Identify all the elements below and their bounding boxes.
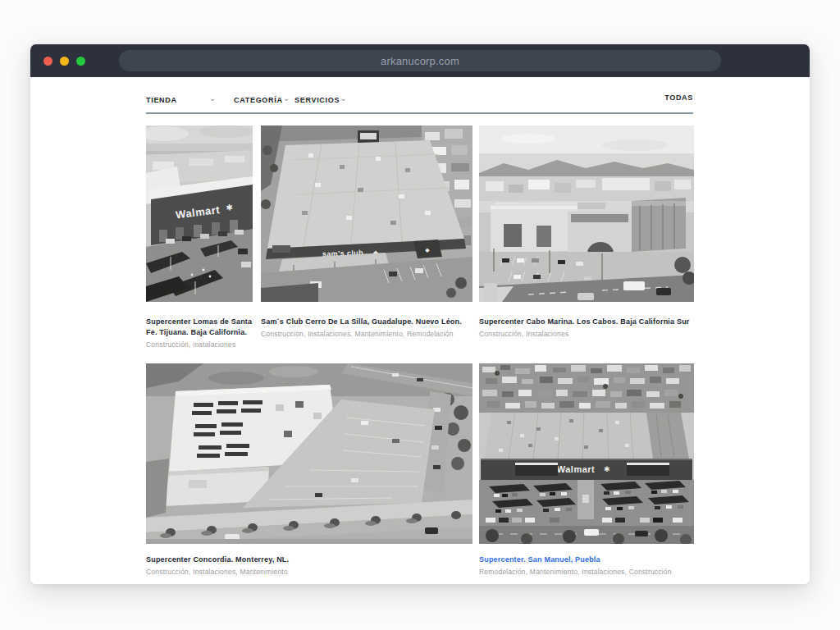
filter-bar: TIENDA ⌄ CATEGORÍA ⌄ SERVICIOS ⌄ TODAS: [30, 77, 810, 123]
project-card[interactable]: sam's club ◆ ◆: [261, 126, 472, 340]
browser-window: arkanucorp.com TIENDA ⌄ CATEGORÍA ⌄ SERV…: [30, 44, 810, 584]
filter-all-link[interactable]: TODAS: [664, 94, 693, 102]
sams-club-aerial-photo: sam's club ◆ ◆: [261, 126, 472, 302]
zoom-button[interactable]: [76, 57, 85, 66]
minimize-button[interactable]: [60, 57, 69, 66]
close-button[interactable]: [43, 57, 52, 66]
project-services: Construcción, Instalaciones. Mantenimien…: [261, 330, 472, 340]
project-title[interactable]: Sam´s Club Cerro De La Silla, Guadalupe.…: [261, 317, 472, 327]
walmart-storefront-photo: Walmart ✱: [146, 126, 253, 302]
chevron-down-icon: ⌄: [340, 95, 347, 102]
project-services: Remodelación, Mantenimiento, Instalacion…: [479, 568, 694, 578]
project-services: Construcción, Instalaciones, Mantenimien…: [146, 568, 472, 578]
filter-dropdown-tienda[interactable]: TIENDA ⌄: [146, 94, 217, 107]
project-photo[interactable]: Walmart ✱: [479, 363, 694, 544]
walmart-spark-icon: ✱: [226, 203, 234, 212]
project-photo[interactable]: [146, 363, 472, 544]
supercenter-drone-photo: [146, 363, 472, 544]
desktop-canvas: arkanucorp.com TIENDA ⌄ CATEGORÍA ⌄ SERV…: [0, 0, 840, 630]
sams-club-diamond-icon: ◆: [425, 247, 430, 253]
chevron-down-icon: ⌄: [209, 95, 217, 102]
project-photo[interactable]: Walmart ✱: [146, 126, 253, 302]
filter-dropdown-categoria[interactable]: CATEGORÍA ⌄: [234, 94, 281, 107]
project-title[interactable]: Supercenter Lomas de Santa Fe. Tijuana. …: [146, 317, 253, 338]
walmart-aerial-photo: Walmart ✱: [479, 363, 694, 544]
project-card[interactable]: Walmart ✱: [146, 126, 253, 350]
project-services: Construcción, Instalaciones: [146, 340, 253, 350]
filter-label: TIENDA: [146, 96, 177, 104]
filter-label: CATEGORÍA: [234, 96, 283, 104]
address-bar-url: arkanucorp.com: [381, 55, 459, 67]
filter-dropdown-servicios[interactable]: SERVICIOS ⌄: [294, 94, 340, 107]
page-content: TIENDA ⌄ CATEGORÍA ⌄ SERVICIOS ⌄ TODAS: [30, 77, 810, 584]
project-title-highlighted[interactable]: Supercenter. San Manuel, Puebla: [479, 555, 694, 565]
project-services: Construcción, Instalaciones: [479, 330, 694, 340]
project-card[interactable]: Walmart ✱: [479, 363, 694, 578]
chevron-down-icon: ⌄: [283, 95, 290, 102]
project-card[interactable]: Supercenter Concordia. Monterrey, NL. Co…: [146, 363, 472, 578]
walmart-spark-icon: ✱: [604, 465, 610, 473]
window-controls: [43, 44, 85, 77]
browser-titlebar: arkanucorp.com: [30, 44, 810, 77]
project-photo[interactable]: sam's club ◆ ◆: [261, 126, 472, 302]
filter-divider: [146, 112, 693, 114]
walmart-logo-text: Walmart: [557, 464, 596, 474]
address-bar[interactable]: arkanucorp.com: [119, 50, 721, 71]
project-photo[interactable]: [479, 126, 694, 302]
supercenter-elevated-photo: [479, 126, 694, 302]
project-title[interactable]: Supercenter Concordia. Monterrey, NL.: [146, 555, 472, 565]
project-title[interactable]: Supercenter Cabo Marina. Los Cabos. Baja…: [479, 317, 694, 327]
filter-label: SERVICIOS: [294, 96, 340, 104]
project-card[interactable]: Supercenter Cabo Marina. Los Cabos. Baja…: [479, 126, 694, 340]
